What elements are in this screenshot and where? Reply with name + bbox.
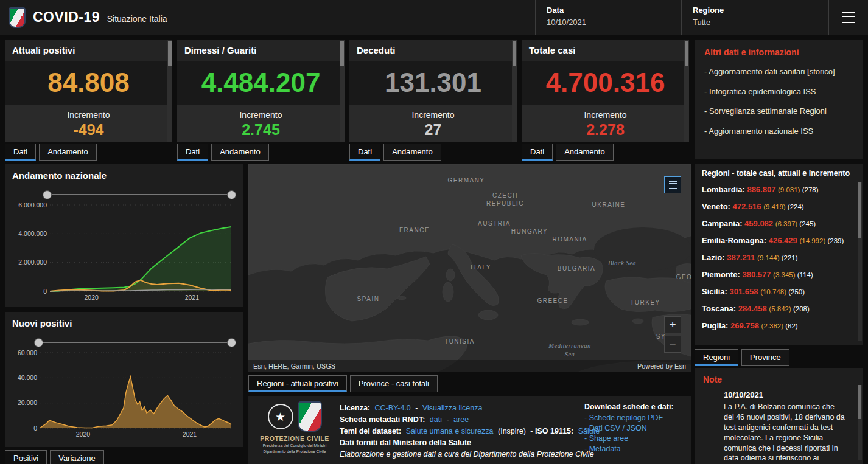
info-link-aggiornamento-sanitari[interactable]: - Aggiornamento dati sanitari [storico]: [704, 66, 853, 77]
region-increment: (278): [802, 186, 819, 193]
stat-card-scrollbar[interactable]: [340, 40, 345, 142]
metadati-dati-link[interactable]: dati: [430, 415, 442, 424]
region-row[interactable]: Toscana: 284.458 (5.842) (208): [695, 300, 863, 317]
info-link-aggiornamento-iss[interactable]: - Aggiornamento nazionale ISS: [704, 126, 853, 137]
scrollbar-thumb[interactable]: [858, 182, 861, 238]
download-schede-pdf-link[interactable]: - Schede riepilogo PDF: [584, 413, 688, 423]
tab-positivi[interactable]: Positivi: [5, 450, 47, 464]
region-rows: Lombardia: 886.807 (9.031) (278)Veneto: …: [695, 181, 863, 334]
stat-card-tabs: Dati Andamento: [522, 144, 689, 161]
tab-province[interactable]: Province: [741, 349, 789, 366]
scrollbar-thumb[interactable]: [513, 41, 516, 66]
tab-regioni-attuali-positivi[interactable]: Regioni - attuali positivi: [248, 375, 347, 392]
region-row[interactable]: Lombardia: 886.807 (9.031) (278): [695, 181, 863, 198]
protezione-civile-shield-icon: [9, 7, 26, 28]
date-filter[interactable]: Data 10/10/2021: [535, 0, 681, 35]
svg-text:2020: 2020: [85, 294, 99, 301]
stat-card-totale-casi: Totale casi 4.700.316 Incremento 2.278: [522, 40, 689, 142]
info-link-sorveglianza-regioni[interactable]: - Sorveglianza settimanale Regioni: [704, 106, 853, 117]
tab-dati[interactable]: Dati: [5, 144, 36, 161]
scrollbar-thumb[interactable]: [858, 385, 861, 419]
scrollbar-thumb[interactable]: [168, 41, 172, 66]
zoom-in-button[interactable]: +: [664, 316, 681, 333]
download-title: Download schede e dati:: [584, 403, 688, 411]
region-total: 301.658: [730, 287, 761, 296]
tab-variazione[interactable]: Variazione: [50, 450, 103, 464]
scrollbar-thumb[interactable]: [685, 41, 688, 66]
time-range-slider[interactable]: [35, 337, 235, 348]
tab-andamento[interactable]: Andamento: [556, 144, 614, 161]
tab-dati[interactable]: Dati: [522, 144, 553, 161]
info-link-infografica-iss[interactable]: - Infografica epidemiologica ISS: [704, 86, 853, 97]
notes-scrollbar[interactable]: [858, 385, 862, 460]
stat-col-attuali: Attuali positivi 84.808 Incremento -494 …: [5, 40, 172, 161]
stat-card-title: Dimessi / Guariti: [177, 40, 345, 61]
tricolor-shield-icon: [298, 401, 322, 432]
notes-panel: Note 10/10/2021 La P.A. di Bolzano comun…: [695, 368, 863, 464]
iso-label: - ISO 19115:: [530, 427, 573, 435]
region-row[interactable]: Campania: 459.082 (6.397) (245): [695, 215, 863, 232]
stat-card-scrollbar[interactable]: [167, 40, 172, 142]
download-metadata-link[interactable]: - Metadata: [584, 444, 688, 454]
tab-province-casi-totali[interactable]: Province - casi totali: [350, 375, 438, 392]
increment-section: Incremento 2.745: [177, 105, 345, 142]
region-row[interactable]: Sicilia: 301.658 (10.748) (250): [695, 283, 863, 300]
region-row[interactable]: Piemonte: 380.577 (3.345) (114): [695, 266, 863, 283]
regions-scrollbar[interactable]: [858, 182, 862, 341]
region-name: Sicilia:: [702, 287, 730, 296]
zoom-out-button[interactable]: −: [664, 336, 681, 353]
region-filter[interactable]: Regione Tutte: [681, 0, 828, 35]
scrollbar-thumb[interactable]: [340, 41, 344, 66]
increment-value: 2.278: [522, 121, 689, 139]
stat-card-attuali-positivi: Attuali positivi 84.808 Incremento -494: [5, 40, 172, 142]
app-title: COVID-19: [33, 9, 100, 25]
info-panel: Altri dati e informazioni - Aggiornament…: [695, 40, 863, 159]
metadati-aree-link[interactable]: aree: [453, 415, 469, 424]
region-name: Lazio:: [702, 253, 727, 262]
andamento-chart: 6.000.0004.000.0002.000.000020202021: [12, 201, 236, 302]
visualizza-licenza-link[interactable]: Visualizza licenza: [422, 404, 482, 412]
licenza-link[interactable]: CC-BY-4.0: [375, 404, 411, 412]
map-canvas[interactable]: [248, 164, 691, 372]
region-name: Emilia-Romagna:: [702, 236, 769, 245]
download-shape-aree-link[interactable]: - Shape aree: [584, 434, 688, 444]
region-row[interactable]: Veneto: 472.516 (9.419) (224): [695, 198, 863, 215]
stat-card-scrollbar[interactable]: [512, 40, 517, 142]
svg-text:20.000: 20.000: [18, 399, 37, 406]
map-legend-button[interactable]: [664, 176, 681, 193]
nuovi-positivi-tabs: Positivi Variazione: [5, 450, 104, 464]
tab-dati[interactable]: Dati: [177, 144, 208, 161]
tab-dati[interactable]: Dati: [349, 144, 380, 161]
region-increment: (224): [788, 203, 804, 210]
time-slider-handle-start[interactable]: [34, 338, 43, 347]
time-range-slider[interactable]: [44, 189, 235, 200]
region-row[interactable]: Lazio: 387.211 (9.144) (221): [695, 249, 863, 266]
tab-andamento[interactable]: Andamento: [211, 144, 269, 161]
time-slider-handle-end[interactable]: [227, 338, 236, 347]
time-slider-handle-start[interactable]: [43, 190, 52, 199]
stat-card-dimessi-guariti: Dimessi / Guariti 4.484.207 Incremento 2…: [177, 40, 345, 142]
increment-label: Incremento: [349, 105, 517, 120]
region-row[interactable]: Emilia-Romagna: 426.429 (14.992) (239): [695, 232, 863, 249]
region-row[interactable]: Puglia: 269.758 (2.382) (62): [695, 317, 863, 334]
stat-card-scrollbar[interactable]: [684, 40, 689, 142]
regions-panel: Regioni - totale casi, attuali e increme…: [695, 164, 863, 345]
menu-button[interactable]: [828, 0, 868, 35]
tab-regioni[interactable]: Regioni: [695, 349, 738, 366]
license-line: Licenza: CC-BY-4.0 - Visualizza licenza: [340, 403, 583, 414]
time-slider-handle-end[interactable]: [227, 190, 236, 199]
app-title-wrap: COVID-19 Situazione Italia: [33, 9, 167, 26]
tab-andamento[interactable]: Andamento: [383, 144, 441, 161]
region-increment: (221): [782, 254, 798, 261]
temi-salute-link[interactable]: Salute umana e sicurezza: [406, 427, 494, 435]
tab-andamento[interactable]: Andamento: [39, 144, 97, 161]
app-header: COVID-19 Situazione Italia Data 10/10/20…: [0, 0, 868, 35]
region-attuali: (2.382): [761, 322, 786, 330]
download-csv-json-link[interactable]: - Dati CSV / JSON: [584, 423, 688, 434]
region-increment: (114): [797, 271, 813, 279]
region-attuali: (5.842): [769, 305, 793, 313]
stat-card-title: Attuali positivi: [5, 40, 172, 61]
svg-text:0: 0: [43, 288, 47, 295]
region-attuali: (9.144): [757, 254, 782, 261]
svg-text:40.000: 40.000: [18, 374, 37, 381]
